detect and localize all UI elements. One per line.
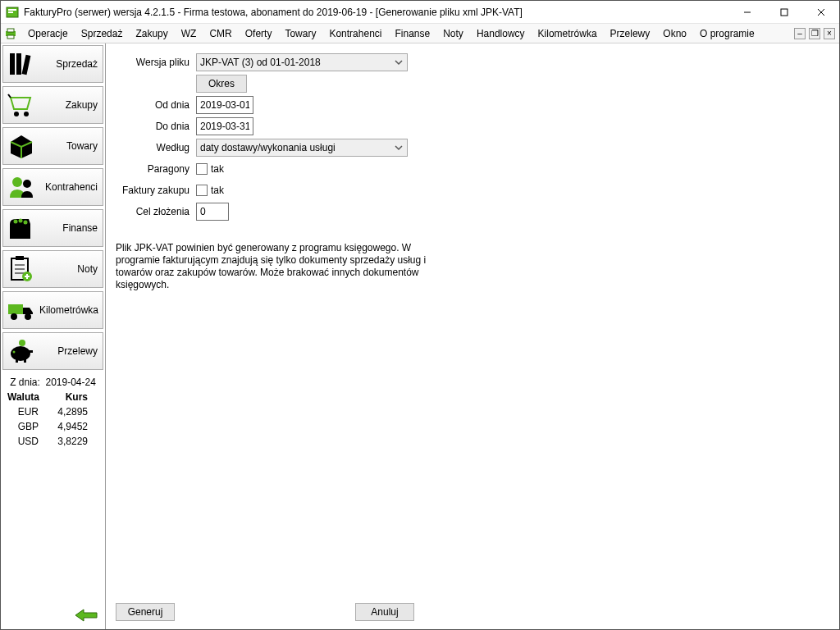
rate-row: GBP4,9452	[7, 421, 98, 432]
sidebar-item-sprzedaz[interactable]: Sprzedaż	[2, 45, 103, 83]
wedlug-select-value: daty dostawy/wykonania usługi	[200, 142, 336, 153]
svg-point-33	[11, 346, 30, 361]
paragony-checkbox[interactable]	[196, 163, 208, 175]
rates-hdr-currency: Waluta	[7, 391, 47, 403]
anuluj-button[interactable]: Anuluj	[355, 603, 414, 621]
maximize-button[interactable]	[765, 1, 802, 24]
menu-handlowcy[interactable]: Handlowcy	[471, 25, 531, 42]
app-window: FakturyPro (serwer) wersja 4.2.1.5 - Fir…	[0, 0, 840, 630]
svg-point-32	[25, 313, 31, 320]
menu-sprzedaz[interactable]: Sprzedaż	[75, 25, 129, 42]
menubar: Operacje Sprzedaż Zakupy WZ CMR Oferty T…	[1, 24, 839, 43]
piggy-icon	[5, 335, 38, 368]
faktury-zakupu-label: Faktury zakupu	[116, 185, 196, 196]
wersja-select[interactable]: JKP-VAT (3) od 01-01-2018	[196, 53, 408, 71]
rates-hdr-rate: Kurs	[47, 391, 88, 403]
sidebar-item-towary[interactable]: Towary	[2, 127, 103, 165]
svg-rect-35	[16, 358, 18, 363]
svg-rect-11	[16, 53, 21, 75]
sidebar-item-kontrahenci[interactable]: Kontrahenci	[2, 168, 103, 206]
sidebar-item-label: Finanse	[41, 222, 98, 234]
svg-point-18	[23, 180, 31, 188]
wersja-label: Wersja pliku	[116, 57, 196, 68]
svg-rect-1	[8, 9, 16, 11]
svg-rect-4	[781, 9, 788, 16]
sidebar-item-label: Sprzedaż	[41, 58, 98, 70]
rates-date-value: 2019-04-24	[45, 377, 95, 388]
menu-kilometrowka[interactable]: Kilometrówka	[532, 25, 603, 42]
titlebar: FakturyPro (serwer) wersja 4.2.1.5 - Fir…	[1, 1, 839, 24]
faktury-zakupu-checkbox[interactable]	[196, 185, 208, 196]
mdi-minimize-button[interactable]: –	[794, 28, 806, 39]
svg-rect-23	[16, 256, 24, 260]
back-arrow-icon[interactable]	[74, 608, 98, 623]
svg-rect-8	[7, 29, 14, 32]
mdi-close-button[interactable]: ×	[824, 28, 835, 39]
help-text: Plik JPK-VAT powinien być generowany z p…	[106, 231, 459, 291]
printer-icon[interactable]	[4, 27, 17, 40]
paragony-tak-label: tak	[211, 163, 224, 175]
menu-zakupy[interactable]: Zakupy	[130, 25, 173, 42]
menu-wz[interactable]: WZ	[176, 25, 203, 42]
sidebar-item-noty[interactable]: Noty	[2, 250, 103, 288]
rate-currency: EUR	[7, 406, 47, 418]
menu-kontrahenci[interactable]: Kontrahenci	[323, 25, 387, 42]
svg-rect-10	[10, 53, 15, 75]
svg-point-21	[14, 220, 18, 224]
jpk-form: Wersja pliku JKP-VAT (3) od 01-01-2018 O…	[106, 43, 839, 231]
close-button[interactable]	[802, 1, 839, 24]
clipboard-icon	[5, 253, 38, 285]
menu-towary[interactable]: Towary	[279, 25, 322, 42]
app-icon	[6, 6, 19, 19]
od-dnia-input[interactable]	[196, 96, 253, 114]
menu-noty[interactable]: Noty	[437, 25, 469, 42]
svg-point-19	[24, 221, 28, 225]
wallet-icon	[5, 212, 38, 244]
truck-icon	[5, 294, 36, 326]
sidebar-item-finanse[interactable]: Finanse	[2, 209, 103, 247]
okres-button[interactable]: Okres	[196, 75, 247, 93]
svg-rect-30	[8, 304, 23, 314]
minimize-button[interactable]	[728, 1, 765, 24]
sidebar-item-label: Kontrahenci	[41, 181, 98, 193]
menu-cmr[interactable]: CMR	[203, 25, 237, 42]
sidebar-item-label: Przelewy	[41, 345, 98, 357]
od-dnia-label: Od dnia	[116, 99, 196, 111]
rate-row: USD3,8229	[7, 436, 98, 447]
menu-przelewy[interactable]: Przelewy	[605, 25, 656, 42]
sidebar-item-label: Towary	[41, 140, 98, 152]
sidebar-item-przelewy[interactable]: Przelewy	[2, 332, 103, 370]
box-icon	[5, 130, 38, 162]
do-dnia-input[interactable]	[196, 117, 253, 135]
sidebar-item-zakupy[interactable]: Zakupy	[2, 86, 103, 124]
mdi-restore-button[interactable]: ❐	[809, 28, 820, 39]
svg-rect-36	[24, 358, 26, 363]
menu-operacje[interactable]: Operacje	[22, 25, 74, 42]
cel-input[interactable]	[196, 203, 229, 221]
svg-line-15	[8, 94, 11, 98]
rates-date-label: Z dnia:	[10, 377, 40, 388]
svg-rect-2	[8, 11, 13, 13]
faktury-tak-label: tak	[211, 185, 224, 196]
wedlug-label: Według	[116, 142, 196, 153]
sidebar: Sprzedaż Zakupy Towary Kontrahenci Finan…	[1, 43, 106, 629]
sidebar-item-kilometrowka[interactable]: Kilometrówka	[2, 291, 103, 329]
chevron-down-icon	[394, 57, 404, 67]
svg-point-14	[24, 112, 29, 116]
sidebar-item-label: Zakupy	[41, 99, 98, 111]
menu-okno[interactable]: Okno	[657, 25, 692, 42]
svg-point-31	[11, 313, 17, 320]
wedlug-select[interactable]: daty dostawy/wykonania usługi	[196, 139, 408, 157]
currency-rates: Z dnia: 2019-04-24 WalutaKurs EUR4,2895 …	[2, 373, 103, 450]
menu-oferty[interactable]: Oferty	[240, 25, 278, 42]
rate-value: 4,2895	[47, 406, 88, 418]
generuj-button[interactable]: Generuj	[116, 603, 175, 621]
chevron-down-icon	[394, 143, 404, 153]
svg-point-17	[12, 177, 22, 187]
rate-value: 3,8229	[47, 436, 88, 447]
cel-label: Cel złożenia	[116, 206, 196, 217]
menu-oprogramie[interactable]: O programie	[694, 25, 760, 42]
footer-buttons: Generuj Anuluj	[116, 603, 829, 621]
menu-finanse[interactable]: Finanse	[389, 25, 436, 42]
svg-rect-38	[29, 350, 33, 353]
